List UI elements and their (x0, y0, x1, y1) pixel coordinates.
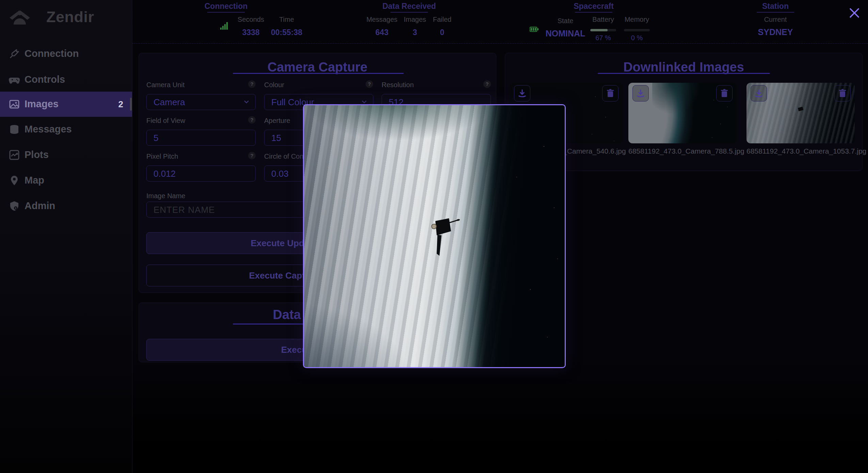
shield-icon (9, 201, 20, 211)
satellite-silhouette (798, 107, 803, 111)
pixel-pitch-label: Pixel Pitch (146, 153, 178, 160)
sidebar-item-controls[interactable]: Controls (0, 67, 132, 92)
chart-icon (9, 149, 20, 160)
star-dots (595, 96, 596, 97)
sidebar-item-label: Admin (25, 200, 55, 211)
status-station: Station Current SYDNEY (741, 0, 809, 43)
field-of-view-input[interactable]: 5 (146, 130, 256, 146)
sidebar-item-admin[interactable]: Admin (0, 193, 132, 219)
sidebar-item-connection[interactable]: Connection (0, 41, 132, 66)
section-underline (390, 12, 428, 13)
stat-memory: Memory 0 % (624, 16, 650, 42)
panel-title: Downlinked Images (505, 60, 862, 75)
sidebar: Zendir Connection Controls Images 2 (0, 0, 132, 473)
download-image-button[interactable] (632, 85, 649, 101)
chevron-down-icon (361, 99, 367, 105)
battery-meter-fill (590, 29, 608, 31)
pixel-pitch-input[interactable]: 0.012 (146, 165, 256, 182)
brand-name: Zendir (46, 8, 94, 26)
signal-strength-icon (220, 21, 228, 30)
section-underline (757, 12, 794, 13)
stat-failed: Failed 0 (433, 16, 451, 37)
status-connection: Connection Seconds 3338 Time 00:55:38 (166, 0, 286, 43)
panel-title-underline (598, 73, 770, 74)
star-dots (713, 100, 714, 100)
download-icon (754, 89, 763, 98)
section-title: Station (741, 2, 809, 11)
help-icon[interactable]: ? (366, 80, 373, 88)
sidebar-scrollbar-thumb[interactable] (130, 98, 132, 111)
sidebar-item-label: Plots (25, 149, 49, 160)
app-root: Zendir Connection Controls Images 2 (0, 0, 868, 473)
sidebar-item-label: Connection (25, 48, 79, 59)
download-icon (517, 89, 527, 98)
image-filename: 68581192_473.0_Camera_788.5.jpg (628, 147, 737, 155)
stat-messages: Messages 643 (366, 16, 397, 37)
image-filename: 68581192_473.0_Camera_1053.7.jpg (746, 147, 855, 155)
station-value: SYDNEY (758, 27, 793, 37)
sidebar-item-map[interactable]: Map (0, 168, 132, 193)
memory-meter (624, 29, 650, 31)
pixel-pitch-value: 0.012 (154, 169, 176, 179)
circle-of-confusion-value: 0.03 (271, 169, 289, 179)
continent-shadow (652, 83, 703, 117)
brand-logo: Zendir (9, 5, 125, 26)
help-icon[interactable]: ? (483, 80, 491, 88)
stat-battery: Battery 67 % (590, 16, 616, 42)
zendir-logo-icon (9, 7, 31, 27)
database-icon (9, 124, 20, 135)
section-underline (575, 12, 612, 13)
delete-image-button[interactable] (602, 85, 618, 101)
help-icon[interactable]: ? (248, 152, 256, 159)
help-icon[interactable]: ? (248, 80, 256, 88)
location-pin-icon (9, 175, 20, 186)
status-bar: Connection Seconds 3338 Time 00:55:38 Da… (132, 0, 868, 44)
section-underline (207, 12, 245, 13)
delete-image-button[interactable] (834, 85, 851, 101)
field-of-view-label: Field of View (146, 117, 185, 125)
stat-current-station: Current SYDNEY (758, 16, 793, 37)
images-count-badge: 2 (118, 99, 123, 110)
chevron-down-icon (244, 99, 249, 105)
panel-title: Camera Capture (139, 60, 496, 75)
sidebar-item-images[interactable]: Images 2 (0, 92, 132, 117)
download-icon (636, 89, 645, 98)
sidebar-item-messages[interactable]: Messages (0, 117, 132, 142)
section-title: Spacecraft (517, 2, 670, 11)
state-value: NOMINAL (546, 29, 585, 38)
stat-images: Images 3 (404, 16, 426, 37)
star-dots (544, 146, 544, 147)
download-image-button[interactable] (751, 85, 767, 101)
sidebar-item-label: Map (25, 175, 44, 186)
camera-unit-label: Camera Unit (146, 81, 184, 89)
help-icon[interactable]: ? (248, 116, 256, 124)
image-thumbnail[interactable] (746, 83, 855, 143)
image-name-label: Image Name (146, 192, 186, 200)
image-preview-modal (303, 104, 566, 368)
battery-meter (590, 29, 616, 31)
sidebar-item-label: Controls (25, 74, 65, 85)
stat-time: Time 00:55:38 (271, 16, 302, 37)
sidebar-item-plots[interactable]: Plots (0, 142, 132, 168)
download-image-button[interactable] (514, 85, 530, 101)
memory-percent: 0 % (624, 34, 650, 42)
satellite-silhouette (424, 218, 461, 262)
section-title: Data Received (351, 2, 467, 11)
close-icon (848, 7, 861, 19)
close-modal-button[interactable] (848, 7, 861, 19)
panel-title-underline (233, 73, 404, 74)
image-thumbnail[interactable] (628, 83, 737, 143)
field-of-view-value: 5 (154, 133, 158, 143)
aperture-value: 15 (271, 133, 281, 143)
resolution-label: Resolution (382, 81, 414, 89)
aperture-label: Aperture (264, 117, 290, 125)
image-icon (9, 99, 20, 110)
sidebar-item-label: Images (25, 98, 59, 110)
delete-image-button[interactable] (716, 85, 733, 101)
battery-percent: 67 % (590, 34, 616, 42)
sidebar-item-label: Messages (25, 124, 72, 135)
camera-unit-select[interactable]: Camera (146, 94, 256, 110)
section-title: Connection (166, 2, 286, 11)
camera-unit-value: Camera (154, 97, 185, 107)
image-name-placeholder: ENTER NAME (154, 205, 215, 215)
